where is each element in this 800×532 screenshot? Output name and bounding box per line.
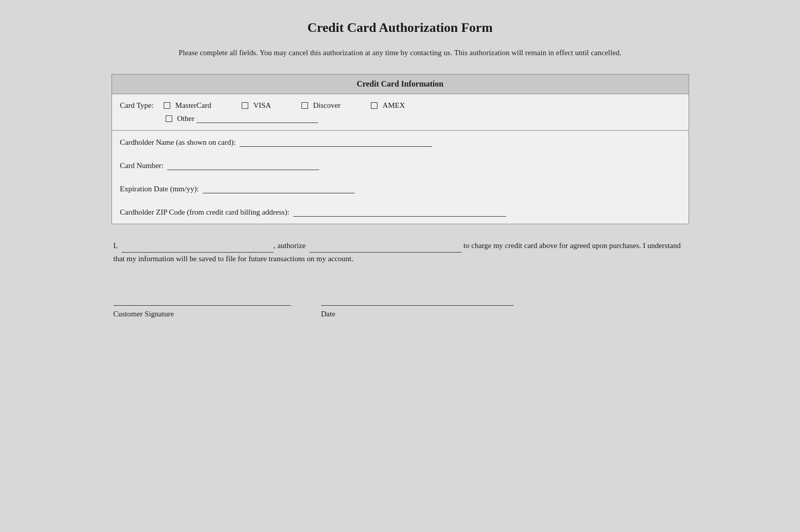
other-label: Other <box>177 114 195 123</box>
cardholder-name-label: Cardholder Name (as shown on card): <box>120 138 236 146</box>
other-field[interactable] <box>197 114 318 123</box>
section-header: Credit Card Information <box>111 74 689 94</box>
card-type-label: Card Type: <box>120 101 154 110</box>
discover-option[interactable]: Discover <box>301 101 340 110</box>
date-label: Date <box>321 310 514 318</box>
expiration-date-row: Expiration Date (mm/yy): <box>111 177 689 200</box>
page-title: Credit Card Authorization Form <box>111 20 689 35</box>
zip-code-field[interactable] <box>293 208 506 217</box>
signature-line[interactable] <box>113 296 291 306</box>
card-number-row: Card Number: <box>111 154 689 177</box>
cardholder-name-row: Cardholder Name (as shown on card): <box>111 131 689 154</box>
auth-name-field[interactable] <box>122 243 274 253</box>
card-type-row: Card Type: MasterCard VISA <box>111 94 689 131</box>
mastercard-checkbox[interactable] <box>164 102 170 109</box>
authorization-text: I, , authorize to charge my credit card … <box>111 239 689 265</box>
card-number-field[interactable] <box>167 161 319 170</box>
other-checkbox[interactable] <box>166 115 172 122</box>
mastercard-label: MasterCard <box>175 101 211 110</box>
visa-label: VISA <box>253 101 271 110</box>
amex-label: AMEX <box>383 101 405 110</box>
card-type-options: MasterCard VISA Discover <box>164 101 405 110</box>
card-number-label: Card Number: <box>120 161 164 170</box>
auth-company-field[interactable] <box>310 243 462 253</box>
cardholder-name-field[interactable] <box>240 138 432 147</box>
expiration-date-label: Expiration Date (mm/yy): <box>120 185 199 193</box>
mastercard-option[interactable]: MasterCard <box>164 101 211 110</box>
amex-checkbox[interactable] <box>371 102 377 109</box>
zip-code-row: Cardholder ZIP Code (from credit card bi… <box>111 200 689 224</box>
credit-card-table: Credit Card Information Card Type: Maste… <box>111 74 689 224</box>
signature-section: Customer Signature Date <box>111 296 689 318</box>
form-container: Credit Card Authorization Form Please co… <box>111 20 689 318</box>
other-option-row: Other <box>120 114 680 123</box>
discover-checkbox[interactable] <box>301 102 308 109</box>
zip-code-label: Cardholder ZIP Code (from credit card bi… <box>120 208 290 216</box>
auth-text-authorize: , authorize <box>274 241 308 250</box>
visa-option[interactable]: VISA <box>242 101 271 110</box>
expiration-date-field[interactable] <box>203 184 355 193</box>
date-line[interactable] <box>321 296 514 306</box>
auth-text-i: I, <box>113 241 120 250</box>
customer-signature-label: Customer Signature <box>113 310 291 318</box>
other-option[interactable]: Other <box>166 114 195 123</box>
amex-option[interactable]: AMEX <box>371 101 405 110</box>
form-subtitle: Please complete all fields. You may canc… <box>111 47 689 59</box>
visa-checkbox[interactable] <box>242 102 248 109</box>
customer-signature-block: Customer Signature <box>113 296 291 318</box>
date-block: Date <box>321 296 514 318</box>
discover-label: Discover <box>313 101 340 110</box>
